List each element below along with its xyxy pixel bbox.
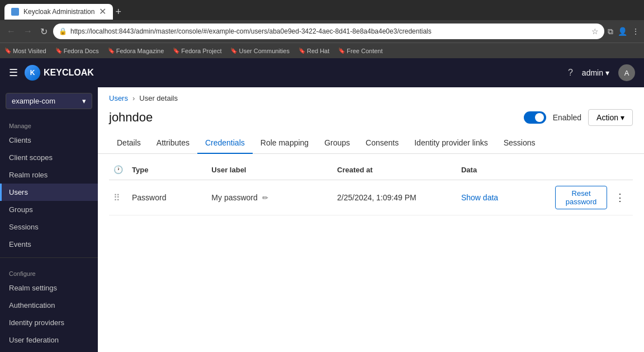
th-actions [551,159,633,180]
bookmarks-bar: Most Visited Fedora Docs Fedora Magazine… [0,43,644,58]
help-icon[interactable]: ? [568,68,573,78]
user-dropdown-icon: ▾ [605,68,609,77]
tab-groups[interactable]: Groups [316,133,358,154]
tab-consents[interactable]: Consents [358,133,406,154]
tab-title: Keycloak Administration [23,8,94,16]
sidebar-item-groups[interactable]: Groups [0,201,98,218]
sidebar-divider [0,257,98,258]
bookmark-most-visited[interactable]: Most Visited [4,48,46,54]
keycloak-logo: K KEYCLOAK [25,65,94,81]
sidebar: example-com ▾ Manage Clients Client scop… [0,87,98,352]
top-nav: ☰ K KEYCLOAK ? admin ▾ A [0,58,644,87]
main-content: Users › User details johndoe Enabled Act… [98,87,644,352]
page-header: johndoe Enabled Action ▾ [98,105,644,133]
td-created-at: 2/25/2024, 1:09:49 PM [333,180,457,215]
tab-role-mapping[interactable]: Role mapping [253,133,316,154]
browser-toolbar-right: ⧉ 👤 ⋮ [608,27,640,36]
keycloak-logo-text: KEYCLOAK [44,68,94,78]
username-label: admin [582,68,603,77]
td-actions-wrapper: Reset password ⋮ [555,186,628,209]
app-wrapper: example-com ▾ Manage Clients Client scop… [0,87,644,352]
hamburger-menu-icon[interactable]: ☰ [9,67,18,79]
tab-attributes[interactable]: Attributes [149,133,197,154]
show-data-link[interactable]: Show data [461,193,498,202]
tab-details[interactable]: Details [109,133,149,154]
address-bar-wrapper: 🔒 ☆ [53,24,604,39]
bookmark-user-communities[interactable]: User Communities [230,48,289,54]
bookmark-red-hat[interactable]: Red Hat [299,48,329,54]
browser-tab[interactable]: Keycloak Administration ✕ [4,4,113,20]
keycloak-logo-icon: K [25,65,40,81]
bookmark-fedora-magazine[interactable]: Fedora Magazine [108,48,164,54]
avatar[interactable]: A [618,64,635,81]
top-nav-right: ? admin ▾ A [568,64,635,81]
tab-sessions[interactable]: Sessions [496,133,543,154]
tab-close-icon[interactable]: ✕ [99,7,106,16]
realm-dropdown[interactable]: example-com ▾ [6,93,92,109]
th-user-label: User label [207,159,333,180]
edit-label-icon[interactable]: ✏ [262,194,268,202]
sidebar-item-user-federation[interactable]: User federation [0,331,98,349]
credentials-table-wrapper: 🕐 Type User label Created at Data ⠿ [98,159,644,215]
sidebar-item-realm-roles[interactable]: Realm roles [0,166,98,184]
th-created-at: Created at [333,159,457,180]
bookmark-fedora-docs[interactable]: Fedora Docs [55,48,99,54]
bookmark-star-icon[interactable]: ☆ [591,27,599,36]
drag-handle-icon[interactable]: ⠿ [113,193,120,203]
action-button[interactable]: Action ▾ [588,109,633,126]
enabled-label: Enabled [553,113,581,122]
clock-header-icon: 🕐 [113,165,123,174]
address-bar[interactable] [70,27,588,35]
td-actions: Reset password ⋮ [551,180,633,215]
sidebar-item-sessions[interactable]: Sessions [0,218,98,236]
td-data: Show data [457,180,551,215]
enabled-toggle[interactable] [524,111,546,124]
manage-section-label: Manage [0,115,98,132]
action-label: Action [596,113,618,122]
breadcrumb: Users › User details [98,87,644,105]
sidebar-item-realm-settings[interactable]: Realm settings [0,279,98,297]
sidebar-item-clients[interactable]: Clients [0,132,98,149]
action-dropdown-icon: ▾ [621,113,624,122]
user-label-text: My password [211,193,257,202]
realm-name: example-com [12,97,55,105]
th-data: Data [457,159,551,180]
page-header-right: Enabled Action ▾ [524,109,633,126]
new-tab-icon[interactable]: + [115,6,121,18]
page-title: johndoe [109,110,153,125]
sidebar-item-client-scopes[interactable]: Client scopes [0,149,98,166]
forward-button[interactable]: → [21,25,35,37]
sidebar-item-users[interactable]: Users [0,184,98,201]
back-button[interactable]: ← [4,25,18,37]
sidebar-item-authentication[interactable]: Authentication [0,297,98,314]
lock-icon: 🔒 [59,27,67,35]
sidebar-item-events[interactable]: Events [0,236,98,253]
reload-button[interactable]: ↻ [38,25,50,38]
configure-section-label: Configure [0,262,98,279]
profile-icon[interactable]: 👤 [618,27,627,36]
sidebar-item-identity-providers[interactable]: Identity providers [0,314,98,331]
tab-identity-provider-links[interactable]: Identity provider links [406,133,496,154]
th-type: Type [127,159,207,180]
breadcrumb-current: User details [139,94,178,102]
realm-selector: example-com ▾ [6,93,92,109]
user-menu[interactable]: admin ▾ [582,68,609,77]
user-label-cell: My password ✏ [211,193,328,202]
td-drag-handle: ⠿ [109,180,127,215]
bookmark-free-content[interactable]: Free Content [338,48,382,54]
realm-dropdown-icon: ▾ [82,97,86,105]
tab-credentials[interactable]: Credentials [197,133,253,154]
reset-password-button[interactable]: Reset password [555,186,607,209]
table-row: ⠿ Password My password ✏ 2/25/2024, 1:09… [109,180,633,215]
tabs: Details Attributes Credentials Role mapp… [98,133,644,154]
breadcrumb-users-link[interactable]: Users [109,94,128,102]
breadcrumb-separator: › [132,94,135,102]
td-type: Password [127,180,207,215]
tab-favicon [11,8,19,16]
menu-icon[interactable]: ⋮ [632,27,640,36]
toggle-slider [524,111,546,124]
extensions-icon[interactable]: ⧉ [608,27,613,36]
td-user-label: My password ✏ [207,180,333,215]
row-kebab-menu[interactable]: ⋮ [612,190,628,205]
bookmark-fedora-project[interactable]: Fedora Project [173,48,221,54]
